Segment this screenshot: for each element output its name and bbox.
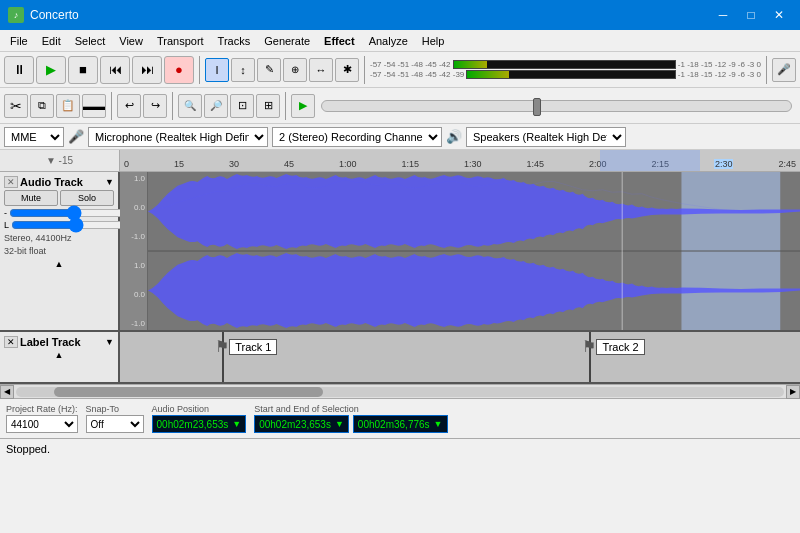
snap-to-select[interactable]: Off Nearest Prior Next (86, 415, 144, 433)
label-2[interactable]: ⚑ Track 2 (582, 337, 644, 356)
envelope-tool-button[interactable]: ↕ (231, 58, 255, 82)
menu-transport[interactable]: Transport (151, 33, 210, 49)
cut-button[interactable]: ✂ (4, 94, 28, 118)
label-track-collapse-button[interactable]: ▲ (55, 350, 64, 360)
shift-tool-button[interactable]: ↔ (309, 58, 333, 82)
label-track-area[interactable]: ⚑ Track 1 ⚑ Track 2 (120, 332, 800, 382)
skip-forward-button[interactable]: ⏭ (132, 56, 162, 84)
output-meter[interactable] (466, 70, 676, 79)
mic-icon: 🎤 (68, 129, 84, 144)
separator-4 (111, 92, 112, 120)
audio-track-collapse-button[interactable]: ▲ (55, 259, 64, 269)
audio-track-name: Audio Track (20, 176, 103, 188)
speaker-icon: 🔊 (446, 129, 462, 144)
label-1-text[interactable]: Track 1 (229, 339, 277, 355)
sel-start-dropdown[interactable]: ▼ (335, 419, 344, 429)
menu-help[interactable]: Help (416, 33, 451, 49)
audio-track-collapse: ▲ (4, 259, 114, 269)
host-select[interactable]: MME (4, 127, 64, 147)
play-speed-button[interactable]: ▶ (291, 94, 315, 118)
status-text: Stopped. (6, 443, 50, 455)
zoom-in-button[interactable]: 🔍 (178, 94, 202, 118)
output-device-select[interactable]: Speakers (Realtek High Definiti (466, 127, 626, 147)
separator-6 (285, 92, 286, 120)
speed-slider-thumb[interactable] (533, 98, 541, 116)
title-bar: ♪ Concerto ─ □ ✕ (0, 0, 800, 30)
horizontal-scrollbar[interactable]: ◀ ▶ (0, 384, 800, 398)
timeline-bar[interactable]: ▼ -15 0 15 30 45 1:00 1:15 1:30 1:45 2:0… (0, 150, 800, 172)
stop-button[interactable]: ■ (68, 56, 98, 84)
close-button[interactable]: ✕ (766, 5, 792, 25)
selection-start-display[interactable]: 00h02m23,653s ▼ (254, 415, 349, 433)
label-1-flag: ⚑ (215, 337, 229, 356)
zoom-tool-button[interactable]: ⊕ (283, 58, 307, 82)
scroll-left-button[interactable]: ◀ (0, 385, 14, 399)
multi-tool-button[interactable]: ✱ (335, 58, 359, 82)
scrollbar-track[interactable] (16, 387, 784, 397)
selection-end-display[interactable]: 00h02m36,776s ▼ (353, 415, 448, 433)
project-rate-select[interactable]: 44100 22050 48000 96000 (6, 415, 78, 433)
fit-project-button[interactable]: ⊡ (230, 94, 254, 118)
audio-track-dropdown-button[interactable]: ▼ (105, 177, 114, 187)
input-meter[interactable] (453, 60, 676, 69)
audio-track: ✕ Audio Track ▼ Mute Solo - + L R Stereo… (0, 172, 800, 332)
scroll-right-button[interactable]: ▶ (786, 385, 800, 399)
mute-button[interactable]: Mute (4, 190, 58, 206)
audio-track-close-button[interactable]: ✕ (4, 176, 18, 188)
menu-view[interactable]: View (113, 33, 149, 49)
input-device-select[interactable]: Microphone (Realtek High Defini (88, 127, 268, 147)
snap-to-label: Snap-To (86, 404, 144, 414)
paste-button[interactable]: 📋 (56, 94, 80, 118)
copy-button[interactable]: ⧉ (30, 94, 54, 118)
label-track-dropdown-button[interactable]: ▼ (105, 337, 114, 347)
ruler-labels: 0 15 30 45 1:00 1:15 1:30 1:45 2:00 2:15… (120, 150, 800, 169)
menu-tracks[interactable]: Tracks (212, 33, 257, 49)
record-button[interactable]: ● (164, 56, 194, 84)
mic-icon[interactable]: 🎤 (772, 58, 796, 82)
scrollbar-thumb[interactable] (54, 387, 323, 397)
timeline-ruler[interactable]: 0 15 30 45 1:00 1:15 1:30 1:45 2:00 2:15… (120, 150, 800, 171)
select-tool-button[interactable]: I (205, 58, 229, 82)
speed-slider[interactable] (321, 100, 792, 112)
menu-generate[interactable]: Generate (258, 33, 316, 49)
label-track-close-button[interactable]: ✕ (4, 336, 18, 348)
maximize-button[interactable]: □ (738, 5, 764, 25)
menu-effect[interactable]: Effect (318, 33, 361, 49)
timeline-left-pad: ▼ -15 (0, 150, 120, 171)
audio-pos-dropdown[interactable]: ▼ (232, 419, 241, 429)
audio-track-info: Stereo, 44100Hz 32-bit float (4, 232, 114, 257)
redo-button[interactable]: ↪ (143, 94, 167, 118)
separator-2 (364, 56, 365, 84)
solo-button[interactable]: Solo (60, 190, 114, 206)
audio-track-name-row: ✕ Audio Track ▼ (4, 176, 114, 188)
app-title: Concerto (30, 8, 79, 22)
menu-select[interactable]: Select (69, 33, 112, 49)
sel-end-dropdown[interactable]: ▼ (434, 419, 443, 429)
meter-row-2: -57 -54 -51 -48 -45 -42 -39 -1 -18 -15 -… (370, 70, 761, 79)
menu-analyze[interactable]: Analyze (363, 33, 414, 49)
separator-3 (766, 56, 767, 84)
snap-to-group: Snap-To Off Nearest Prior Next (86, 404, 144, 433)
silence-button[interactable]: ▬▬ (82, 94, 106, 118)
zoom-selection-button[interactable]: ⊞ (256, 94, 280, 118)
zoom-out-button[interactable]: 🔎 (204, 94, 228, 118)
skip-back-button[interactable]: ⏮ (100, 56, 130, 84)
audio-track-waveform-area[interactable]: 1.0 0.0 -1.0 1.0 0.0 -1.0 (120, 172, 800, 330)
channels-select[interactable]: 2 (Stereo) Recording Channels (272, 127, 442, 147)
audio-position-group: Audio Position 00h02m23,653s ▼ (152, 404, 247, 433)
menu-file[interactable]: File (4, 33, 34, 49)
project-rate-group: Project Rate (Hz): 44100 22050 48000 960… (6, 404, 78, 433)
status-bar: Stopped. (0, 438, 800, 458)
y-axis: 1.0 0.0 -1.0 1.0 0.0 -1.0 (120, 172, 148, 330)
audio-position-display[interactable]: 00h02m23,653s ▼ (152, 415, 247, 433)
undo-button[interactable]: ↩ (117, 94, 141, 118)
minimize-button[interactable]: ─ (710, 5, 736, 25)
label-2-text[interactable]: Track 2 (596, 339, 644, 355)
menu-edit[interactable]: Edit (36, 33, 67, 49)
menu-bar: File Edit Select View Transport Tracks G… (0, 30, 800, 52)
input-meter-fill (454, 61, 487, 68)
label-1[interactable]: ⚑ Track 1 (215, 337, 277, 356)
pause-button[interactable]: ⏸ (4, 56, 34, 84)
draw-tool-button[interactable]: ✎ (257, 58, 281, 82)
play-button[interactable]: ▶ (36, 56, 66, 84)
